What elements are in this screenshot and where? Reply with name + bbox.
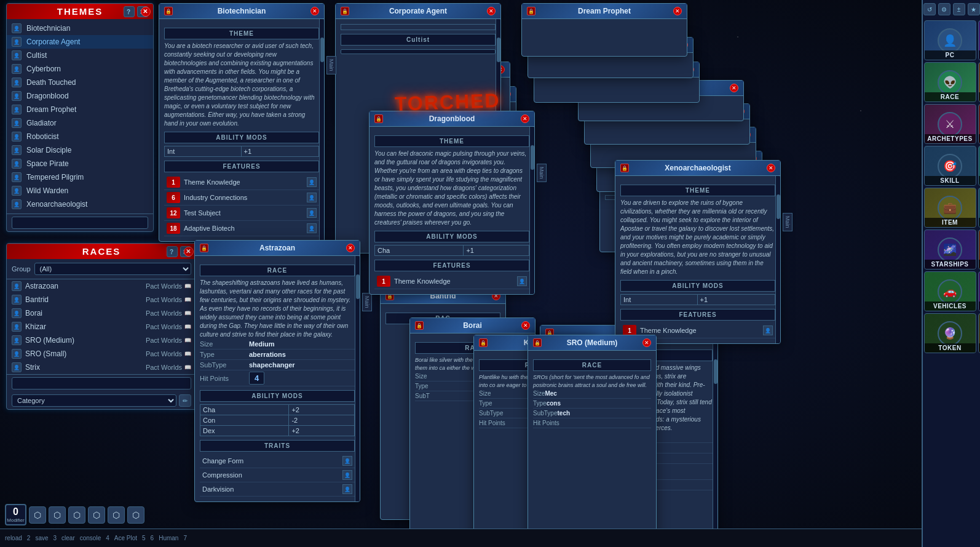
biotechnician-main-tab[interactable]: Main [326,56,336,74]
races-edit-btn[interactable]: ✏ [179,394,191,407]
biotechnician-feature-1[interactable]: 1 Theme Knowledge 👤 [164,175,319,190]
dice-d4-btn[interactable]: ⬡ [29,506,46,524]
race-item-astrazoan[interactable]: 👤 Astrazoan Pact Worlds 📖 [7,279,196,293]
theme-item-dream-prophet[interactable]: 👤 Dream Prophet [7,103,153,116]
race-item-khizar[interactable]: 👤 Khizar Pact Worlds 📖 [7,320,196,333]
astrazoan-main-tab[interactable]: Main [362,293,372,311]
theme-item-tempered-pilgrim[interactable]: 👤 Tempered Pilgrim [7,170,153,184]
sidebar-gear-icon[interactable]: ⚙ [938,3,950,15]
astrazoan-trait-change-form[interactable]: Change Form 👤 [200,454,355,468]
dream-prophet-lock[interactable]: 🔒 [527,7,535,15]
corporate-agent-lock[interactable]: 🔒 [341,7,349,15]
theme-item-solar-disciple[interactable]: 👤 Solar Disciple [7,143,153,157]
dragonblood-lock[interactable]: 🔒 [374,114,383,123]
dragonblood-main-tab[interactable]: Main [537,164,547,182]
biotechnician-feature-12[interactable]: 12 Test Subject 👤 [164,206,319,221]
races-close-btn[interactable]: ✕ [184,247,194,257]
theme-item-space-pirate[interactable]: 👤 Space Pirate [7,157,153,170]
theme-item-biotechnician[interactable]: 👤 Biotechnician [7,22,153,35]
astrazoan-lock[interactable]: 🔒 [200,244,208,252]
races-help-btn[interactable]: ? [167,246,178,257]
sidebar-tile-spell[interactable]: ✨ SPELL [978,146,981,186]
race-item-sro-medium[interactable]: 👤 SRO (Medium) Pact Worlds 📖 [7,333,196,347]
themes-search-input[interactable] [12,217,148,229]
bottom-bar-human[interactable]: Human [159,535,178,541]
sidebar-tile-theme[interactable]: 🌟 THEME [978,62,981,102]
astrazoan-close[interactable]: ✕ [346,244,355,252]
xenoarch-scrollbar[interactable] [775,176,780,343]
dragonblood-scrollbar[interactable] [529,127,534,294]
theme-item-xenoarchaeologist[interactable]: 👤 Xenoarchaeologist [7,198,153,211]
races-search-input[interactable] [12,377,191,389]
bottom-bar-console[interactable]: console [80,535,101,541]
bottom-bar-save[interactable]: save [35,535,48,541]
dice-d10-btn[interactable]: ⬡ [88,506,105,524]
biotechnician-lock-icon[interactable]: 🔒 [164,7,173,15]
biotechnician-feature-18[interactable]: 18 Adaptive Biotech 👤 [164,221,319,236]
sidebar-tile-starships[interactable]: 🌌 STARSHIPS [924,230,976,270]
dragonblood-feature-1[interactable]: 1 Theme Knowledge 👤 [374,274,529,289]
khizar-lock[interactable]: 🔒 [479,338,488,347]
themes-help-btn[interactable]: ? [124,6,135,17]
dream-prophet-close[interactable]: ✕ [673,7,682,15]
xenoarch-close[interactable]: ✕ [767,164,775,172]
sidebar-star-icon[interactable]: ★ [968,3,980,15]
races-group-select[interactable]: (All) [34,263,191,275]
race-item-borai[interactable]: 👤 Borai Pact Worlds 📖 [7,306,196,320]
corporate-agent-close[interactable]: ✕ [487,7,496,15]
bottom-bar-ace-plot[interactable]: Ace Plot [114,535,137,541]
sro-medium-lock[interactable]: 🔒 [533,338,542,347]
sidebar-tile-data[interactable]: 📊 DATA [978,313,981,353]
sidebar-tile-pc[interactable]: 👤 PC [924,20,976,60]
race-item-bantrid[interactable]: 👤 Bantrid Pact Worlds 📖 [7,293,196,306]
sidebar-tile-boons[interactable]: 🎁 BOONS [978,271,981,311]
pc-avatar: 👤 [938,28,962,53]
astrazoan-size-value: Medium [249,340,275,348]
theme-item-corporate-agent[interactable]: 👤 Corporate Agent [7,35,153,49]
astrazoan-hp-value: 4 [249,372,264,385]
biotechnician-close-btn[interactable]: ✕ [310,7,319,15]
xenoarch-main-tab[interactable]: Main [783,213,792,231]
sidebar-tile-vehicles[interactable]: 🚗 VEHICLES [924,271,976,311]
sidebar-tile-class[interactable]: 🛡 CLASS [978,20,981,60]
race-item-strix[interactable]: 👤 Strix Pact Worlds 📖 [7,361,196,374]
sidebar-tile-archetypes[interactable]: ⚔ ARCHETYPES [924,104,976,144]
solar-disciple-close[interactable]: ✕ [730,84,738,92]
race-item-sro-small[interactable]: 👤 SRO (Small) Pact Worlds 📖 [7,347,196,361]
astrazoan-trait-compression[interactable]: Compression 👤 [200,468,355,482]
theme-item-roboticist[interactable]: 👤 Roboticist [7,130,153,143]
bottom-bar-reload[interactable]: reload [5,535,22,541]
sidebar-tile-race[interactable]: 👽 RACE [924,62,976,102]
dice-d8-btn[interactable]: ⬡ [68,506,85,524]
sidebar-tile-sship[interactable]: ⚙ S.SHIP ITEMS [978,230,981,270]
theme-item-death-touched[interactable]: 👤 Death Touched [7,76,153,89]
sidebar-tile-item[interactable]: 💼 ITEM [924,188,976,228]
sidebar-plusminus-icon[interactable]: ± [953,3,965,15]
strix-scrollbar[interactable] [713,341,717,544]
sidebar-tile-feat[interactable]: ✦ FEAT [978,104,981,144]
sidebar-refresh-icon[interactable]: ↺ [923,3,936,15]
astrazoan-scrollbar[interactable] [355,256,360,501]
theme-item-wild-warden[interactable]: 👤 Wild Warden [7,184,153,198]
bottom-bar-clear[interactable]: clear [61,535,75,541]
borai-lock[interactable]: 🔒 [415,321,424,330]
dice-d12-btn[interactable]: ⬡ [108,506,125,524]
borai-close[interactable]: ✕ [521,321,530,330]
sidebar-tile-token[interactable]: 🔮 TOKEN [924,313,976,353]
xenoarch-lock[interactable]: 🔒 [620,164,629,172]
theme-item-cyberborn[interactable]: 👤 Cyberborn [7,62,153,76]
sro-medium-close[interactable]: ✕ [642,338,651,347]
dice-d6-btn[interactable]: ⬡ [49,506,66,524]
dragonblood-close[interactable]: ✕ [521,114,529,123]
theme-item-cultist[interactable]: 👤 Cultist [7,49,153,62]
biotechnician-feature-6[interactable]: 6 Industry Connections 👤 [164,190,319,206]
races-category-select[interactable]: Category [12,394,176,407]
theme-item-gladiator[interactable]: 👤 Gladiator [7,116,153,130]
sidebar-tile-skill[interactable]: 🎯 SKILL [924,146,976,186]
dice-d20-btn[interactable]: ⬡ [127,506,144,524]
astrazoan-trait-darkvision[interactable]: Darkvision 👤 [200,482,355,497]
themes-close-btn[interactable]: ✕ [141,7,151,17]
theme-item-dragonblood[interactable]: 👤 Dragonblood [7,89,153,103]
biotechnician-scrollbar[interactable] [319,19,324,241]
sidebar-tile-pcships[interactable]: 🚀 PC SHIPS [978,188,981,228]
